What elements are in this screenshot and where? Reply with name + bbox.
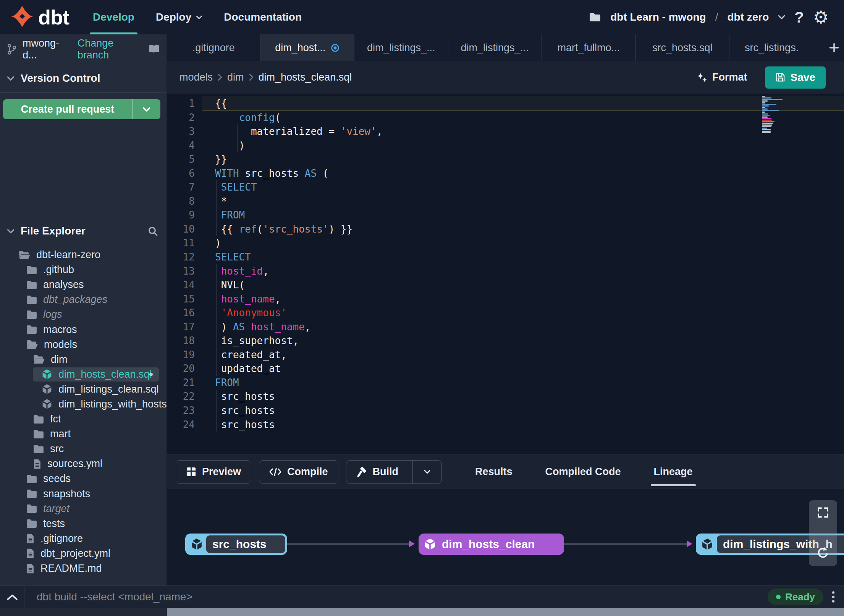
code-text: src_hosts (202, 404, 844, 418)
version-control-header[interactable]: Version Control (0, 64, 167, 93)
refresh-icon[interactable] (816, 546, 830, 560)
account-name[interactable]: dbt Learn - mwong (610, 11, 706, 23)
panel-tab-compiled-code[interactable]: Compiled Code (540, 455, 626, 489)
code-line-8[interactable]: 8 * (167, 194, 844, 209)
compile-button[interactable]: Compile (259, 460, 338, 484)
tree-item-dim-listings-clean-sql[interactable]: dim_listings_clean.sql (0, 382, 167, 397)
tree-item-macros[interactable]: macros (0, 322, 167, 337)
pull-request-dropdown-button[interactable] (132, 99, 160, 119)
tab-gitignore[interactable]: .gitignore (167, 34, 261, 61)
kebab-menu-icon[interactable] (832, 591, 835, 603)
tree-item-dim-hosts-clean-sql[interactable]: dim_hosts_clean.sql (0, 367, 167, 382)
tree-item-target[interactable]: target (0, 501, 167, 516)
save-button[interactable]: Save (765, 66, 826, 89)
tab-dim-listings[interactable]: dim_listings_... (354, 34, 448, 61)
code-line-24[interactable]: 24 src_hosts (167, 418, 844, 432)
token (215, 112, 239, 123)
build-button[interactable]: Build (346, 460, 442, 484)
tree-item-fct[interactable]: fct (0, 412, 167, 427)
preview-button[interactable]: Preview (176, 460, 251, 484)
panel-tab-results[interactable]: Results (470, 455, 518, 489)
chevron-up-icon[interactable] (0, 586, 24, 608)
scrollbar-thumb[interactable] (167, 608, 844, 616)
tree-item-dim-listings-with-hosts[interactable]: dim_listings_with_hosts... (0, 397, 167, 412)
lineage-canvas[interactable]: src_hostsdim_hosts_cleandim_listings_wit… (167, 489, 844, 585)
code-line-16[interactable]: 16 'Anonymous' (167, 306, 844, 320)
token: , (377, 126, 383, 137)
breadcrumb-segment[interactable]: dim_hosts_clean.sql (259, 71, 352, 83)
nav-item-develop[interactable]: Develop (82, 0, 145, 34)
build-dropdown-button[interactable] (412, 461, 441, 483)
breadcrumb-segment[interactable]: dim (227, 71, 244, 83)
tab-src-listings[interactable]: src_listings. (729, 34, 824, 61)
tree-item-tests[interactable]: tests (0, 516, 167, 531)
change-branch-link[interactable]: Change branch (78, 37, 140, 61)
tab-src-hosts-sql[interactable]: src_hosts.sql (636, 34, 730, 61)
code-line-13[interactable]: 13 host_id, (167, 264, 844, 278)
code-line-5[interactable]: 5}} (167, 152, 844, 167)
code-line-15[interactable]: 15 host_name, (167, 292, 844, 306)
nav-item-deploy[interactable]: Deploy (145, 0, 213, 34)
tree-item-dbt-packages[interactable]: dbt_packages (0, 292, 167, 307)
gear-icon[interactable]: ⚙ (813, 8, 829, 26)
lineage-node-src-hosts[interactable]: src_hosts (185, 534, 287, 555)
project-folder-icon (589, 12, 601, 22)
editor-minimap[interactable] (762, 96, 785, 134)
code-line-22[interactable]: 22 src_hosts (167, 390, 844, 404)
tree-item-snapshots[interactable]: snapshots (0, 487, 167, 501)
code-line-7[interactable]: 7 SELECT (167, 180, 844, 194)
panel-tab-lineage[interactable]: Lineage (648, 455, 698, 489)
code-line-18[interactable]: 18 is_superhost, (167, 334, 844, 348)
tree-item-sources-yml[interactable]: sources.yml (0, 456, 167, 471)
dbt-logo[interactable]: dbt (11, 0, 69, 34)
format-button[interactable]: Format (697, 71, 747, 83)
new-tab-button[interactable] (824, 34, 844, 61)
tree-item-dbt-project-yml[interactable]: dbt_project.yml (0, 546, 167, 561)
tree-item-analyses[interactable]: analyses (0, 277, 167, 292)
tree-item-dbt-learn-zero[interactable]: dbt-learn-zero (0, 247, 167, 262)
create-pull-request-button[interactable]: Create pull request (3, 99, 160, 119)
project-chevron-down-icon[interactable] (778, 15, 785, 19)
tree-item-github[interactable]: .github (0, 262, 167, 277)
tree-item-dim[interactable]: dim (0, 352, 167, 367)
command-input[interactable] (37, 591, 768, 603)
code-line-9[interactable]: 9 FROM (167, 208, 844, 222)
search-icon[interactable] (148, 226, 158, 236)
fullscreen-icon[interactable] (817, 506, 829, 519)
code-line-1[interactable]: 1{{ (167, 97, 844, 111)
code-line-20[interactable]: 20 updated_at (167, 362, 844, 376)
code-line-21[interactable]: 21FROM (167, 376, 844, 390)
tab-dim-listings[interactable]: dim_listings_... (448, 34, 542, 61)
code-editor[interactable]: 1{{2 config(3 materialized = 'view',4 )5… (167, 94, 844, 454)
tree-item-gitignore[interactable]: .gitignore (0, 531, 167, 546)
code-line-3[interactable]: 3 materialized = 'view', (167, 124, 844, 139)
tab-mart-fullmo[interactable]: mart_fullmo... (542, 34, 636, 61)
tab-dim-host[interactable]: dim_host... (261, 34, 355, 61)
tree-item-models[interactable]: models (0, 337, 167, 352)
docs-book-icon[interactable] (148, 44, 160, 54)
file-explorer-header[interactable]: File Explorer (0, 216, 167, 246)
nav-item-documentation[interactable]: Documentation (213, 0, 312, 34)
token: src_hosts (215, 405, 275, 416)
line-number: 19 (167, 348, 202, 362)
lineage-node-dim-hosts-clean[interactable]: dim_hosts_clean (419, 534, 564, 555)
code-line-23[interactable]: 23 src_hosts (167, 404, 844, 418)
code-line-4[interactable]: 4 ) (167, 139, 844, 153)
code-line-12[interactable]: 12SELECT (167, 250, 844, 264)
tree-item-src[interactable]: src (0, 441, 167, 456)
code-line-11[interactable]: 11) (167, 236, 844, 250)
create-pull-request-label[interactable]: Create pull request (3, 99, 132, 119)
help-icon[interactable]: ? (794, 9, 804, 26)
code-line-14[interactable]: 14 NVL( (167, 278, 844, 292)
code-line-2[interactable]: 2 config( (167, 111, 844, 125)
tree-item-readme-md[interactable]: README.md (0, 561, 167, 576)
code-line-6[interactable]: 6WITH src_hosts AS ( (167, 167, 844, 181)
code-line-10[interactable]: 10 {{ ref('src_hosts') }} (167, 222, 844, 236)
tree-item-seeds[interactable]: seeds (0, 471, 167, 486)
tree-item-logs[interactable]: logs (0, 307, 167, 322)
tree-item-mart[interactable]: mart (0, 427, 167, 441)
project-name[interactable]: dbt zero (727, 11, 769, 23)
code-line-17[interactable]: 17 ) AS host_name, (167, 320, 844, 334)
breadcrumb-segment[interactable]: models (179, 71, 213, 83)
code-line-19[interactable]: 19 created_at, (167, 348, 844, 362)
